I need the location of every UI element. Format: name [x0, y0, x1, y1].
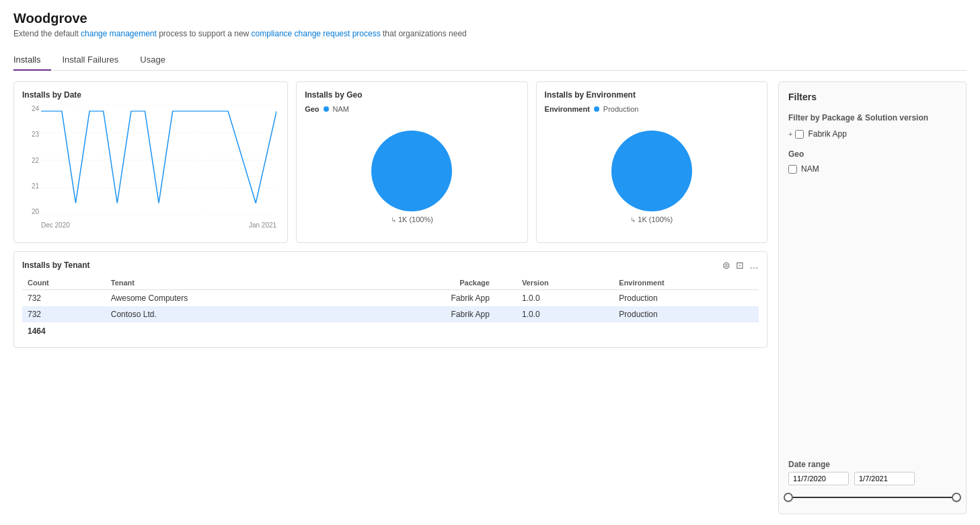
- slider-fill: [788, 497, 956, 498]
- col-environment: Environment: [613, 276, 759, 290]
- installs-by-date-title: Installs by Date: [22, 90, 279, 100]
- installs-by-geo-card: Installs by Geo Geo NAM ↳ 1K (100%): [296, 81, 527, 243]
- env-legend-label: Environment: [545, 105, 590, 113]
- cell-version: 1.0.0: [517, 290, 613, 307]
- tab-usage[interactable]: Usage: [129, 49, 176, 70]
- slider-thumb-right[interactable]: [952, 493, 961, 502]
- main-content: Installs by Date 24 23 22 21 20: [13, 81, 967, 514]
- total-row: 1464: [22, 322, 759, 339]
- package-filter-section: Filter by Package & Solution version + F…: [788, 113, 956, 139]
- page-header: Woodgrove Extend the default change mana…: [13, 11, 967, 38]
- installs-by-geo-title: Installs by Geo: [305, 90, 519, 100]
- tab-installs[interactable]: Installs: [13, 49, 51, 70]
- geo-legend-label: Geo: [305, 105, 319, 113]
- filter-icon[interactable]: ⊜: [722, 260, 730, 271]
- package-filter-title: Filter by Package & Solution version: [788, 113, 956, 123]
- chart-plot: [41, 105, 276, 215]
- cell-environment: Production: [613, 306, 759, 322]
- geo-filter-section: Geo NAM: [788, 149, 956, 174]
- change-management-link[interactable]: change management: [81, 29, 157, 38]
- col-count: Count: [22, 276, 106, 290]
- compliance-link[interactable]: compliance change request process: [252, 29, 381, 38]
- package-checkbox[interactable]: [795, 130, 804, 139]
- installs-by-env-title: Installs by Environment: [545, 90, 759, 100]
- geo-pie-container: ↳ 1K (100%): [305, 118, 519, 236]
- expand-icon[interactable]: ⊡: [736, 260, 744, 271]
- cell-tenant: Awesome Computers: [106, 290, 333, 307]
- env-pie-label: ↳ 1K (100%): [630, 215, 673, 223]
- date-inputs: [788, 472, 956, 485]
- cell-tenant: Contoso Ltd.: [106, 306, 333, 322]
- env-legend: Environment Production: [545, 105, 759, 113]
- date-range-title: Date range: [788, 460, 956, 469]
- more-icon[interactable]: …: [749, 260, 759, 271]
- tab-install-failures[interactable]: Install Failures: [51, 49, 129, 70]
- geo-pie-label: ↳ 1K (100%): [391, 215, 433, 223]
- sidebar-spacer: [788, 184, 956, 449]
- y-label-20: 20: [32, 208, 39, 215]
- env-pie-container: ↳ 1K (100%): [545, 118, 759, 236]
- geo-nam-checkbox-label[interactable]: NAM: [788, 164, 956, 174]
- geo-legend-value: NAM: [333, 105, 349, 113]
- cell-environment: Production: [613, 290, 759, 307]
- date-end-input[interactable]: [854, 472, 915, 485]
- x-label-dec: Dec 2020: [41, 221, 70, 229]
- y-label-22: 22: [32, 157, 39, 164]
- charts-row: Installs by Date 24 23 22 21 20: [13, 81, 767, 243]
- installs-by-env-card: Installs by Environment Environment Prod…: [536, 81, 767, 243]
- col-tenant: Tenant: [106, 276, 333, 290]
- expand-package-btn[interactable]: +: [788, 130, 792, 138]
- cell-package: Fabrik App: [333, 306, 517, 322]
- package-checkbox-label-text: Fabrik App: [808, 129, 846, 139]
- cell-version: 1.0.0: [517, 306, 613, 322]
- y-label-24: 24: [32, 105, 39, 112]
- app-title: Woodgrove: [13, 11, 967, 26]
- col-version: Version: [517, 276, 613, 290]
- env-legend-dot: [594, 106, 599, 112]
- cell-count: 732: [22, 306, 106, 322]
- geo-legend: Geo NAM: [305, 105, 519, 113]
- env-pie-circle: [611, 131, 692, 211]
- cell-package: Fabrik App: [333, 290, 517, 307]
- table-title: Installs by Tenant: [22, 260, 89, 270]
- line-chart-area: 24 23 22 21 20: [22, 105, 279, 229]
- table-row: 732 Awesome Computers Fabrik App 1.0.0 P…: [22, 290, 759, 307]
- left-panel: Installs by Date 24 23 22 21 20: [13, 81, 767, 514]
- tabs-bar: Installs Install Failures Usage: [13, 49, 967, 71]
- date-range-section: Date range: [788, 460, 956, 504]
- installs-by-tenant-card: Installs by Tenant ⊜ ⊡ … Count Tenant Pa…: [13, 251, 767, 348]
- env-legend-value: Production: [603, 105, 639, 113]
- table-row: 732 Contoso Ltd. Fabrik App 1.0.0 Produc…: [22, 306, 759, 322]
- package-filter-row: + Fabrik App: [788, 129, 956, 139]
- date-start-input[interactable]: [788, 472, 849, 485]
- filters-sidebar: Filters Filter by Package & Solution ver…: [778, 81, 967, 514]
- x-axis: Dec 2020 Jan 2021: [41, 221, 276, 229]
- x-label-jan: Jan 2021: [249, 221, 276, 229]
- package-checkbox-label[interactable]: Fabrik App: [795, 129, 846, 139]
- y-label-23: 23: [32, 131, 39, 138]
- table-actions: ⊜ ⊡ …: [722, 260, 759, 271]
- filters-title: Filters: [788, 92, 956, 102]
- y-axis: 24 23 22 21 20: [22, 105, 39, 215]
- col-package: Package: [333, 276, 517, 290]
- slider-thumb-left[interactable]: [784, 493, 793, 502]
- tenant-table: Count Tenant Package Version Environment…: [22, 276, 759, 339]
- geo-nam-checkbox[interactable]: [788, 165, 797, 174]
- geo-filter-title: Geo: [788, 149, 956, 159]
- geo-nam-label-text: NAM: [801, 164, 819, 174]
- installs-by-date-card: Installs by Date 24 23 22 21 20: [13, 81, 288, 243]
- geo-legend-dot: [324, 106, 329, 112]
- geo-pie-circle: [371, 131, 452, 211]
- date-range-slider[interactable]: [788, 491, 956, 504]
- cell-count: 732: [22, 290, 106, 307]
- y-label-21: 21: [32, 182, 39, 190]
- app-subtitle: Extend the default change management pro…: [13, 29, 967, 38]
- table-header-row: Installs by Tenant ⊜ ⊡ …: [22, 260, 759, 271]
- total-count: 1464: [22, 322, 106, 339]
